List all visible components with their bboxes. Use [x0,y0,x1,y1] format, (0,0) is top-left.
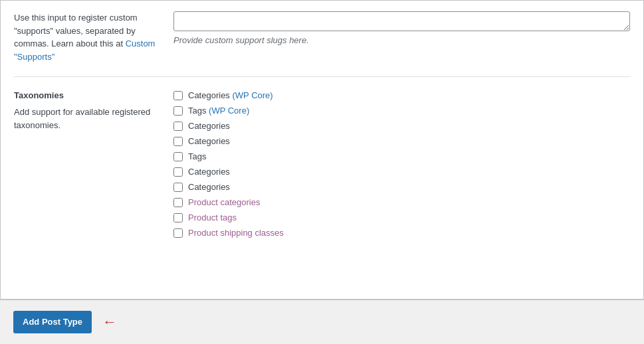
supports-textarea[interactable] [173,11,630,31]
taxonomy-item-product-shipping: Product shipping classes [173,228,630,238]
taxonomy-item-tags-1: Tags [173,151,630,161]
taxonomy-checkbox-tags-1[interactable] [173,152,183,161]
taxonomy-item-categories-wp: Categories (WP Core) [173,90,630,100]
taxonomy-item-categories-2: Categories [173,136,630,146]
content-area: Use this input to register custom "suppo… [1,1,643,248]
taxonomy-item-tags-wp: Tags (WP Core) [173,106,630,116]
taxonomy-label-tags-wp[interactable]: Tags (WP Core) [188,106,249,116]
taxonomies-description: Add support for available registered tax… [14,106,160,131]
main-content: Use this input to register custom "suppo… [0,0,644,300]
taxonomy-label-categories-wp[interactable]: Categories (WP Core) [188,90,273,100]
taxonomy-checkbox-product-shipping[interactable] [173,228,183,238]
taxonomy-label-categories-3[interactable]: Categories [188,167,230,177]
supports-label-col: Use this input to register custom "suppo… [14,11,160,63]
footer-bar: Add Post Type ← [0,300,644,344]
taxonomies-heading: Taxonomies [14,90,160,100]
supports-section: Use this input to register custom "suppo… [14,11,630,77]
taxonomy-label-product-categories[interactable]: Product categories [188,197,260,207]
taxonomy-item-product-tags: Product tags [173,213,630,222]
taxonomies-section: Taxonomies Add support for available reg… [14,77,630,238]
taxonomy-item-categories-3: Categories [173,167,630,177]
taxonomy-checkbox-product-tags[interactable] [173,213,183,222]
taxonomy-checkbox-categories-4[interactable] [173,183,183,192]
taxonomy-checkbox-categories-3[interactable] [173,167,183,177]
taxonomy-checkbox-categories-wp[interactable] [173,91,183,100]
supports-hint: Provide custom support slugs here. [173,35,630,45]
taxonomy-label-product-tags[interactable]: Product tags [188,213,237,222]
arrow-indicator: ← [102,313,117,331]
taxonomy-item-product-categories: Product categories [173,197,630,207]
taxonomy-checkbox-categories-2[interactable] [173,137,183,146]
taxonomy-item-categories-1: Categories [173,121,630,131]
taxonomy-checkbox-categories-1[interactable] [173,122,183,131]
page-wrapper: Use this input to register custom "suppo… [0,0,644,344]
supports-description: Use this input to register custom "suppo… [14,11,160,63]
taxonomy-checkbox-tags-wp[interactable] [173,106,183,116]
taxonomy-checkbox-product-categories[interactable] [173,198,183,207]
taxonomies-checkboxes-col: Categories (WP Core) Tags (WP Core) Cate… [173,90,630,238]
add-post-type-button[interactable]: Add Post Type [13,311,92,333]
taxonomy-label-categories-1[interactable]: Categories [188,121,230,131]
taxonomy-item-categories-4: Categories [173,182,630,192]
taxonomy-label-categories-4[interactable]: Categories [188,182,230,192]
taxonomy-label-categories-2[interactable]: Categories [188,136,230,146]
taxonomies-label-col: Taxonomies Add support for available reg… [14,90,160,238]
taxonomy-label-tags-1[interactable]: Tags [188,151,206,161]
supports-input-col: Provide custom support slugs here. [173,11,630,63]
taxonomy-label-product-shipping[interactable]: Product shipping classes [188,228,284,238]
